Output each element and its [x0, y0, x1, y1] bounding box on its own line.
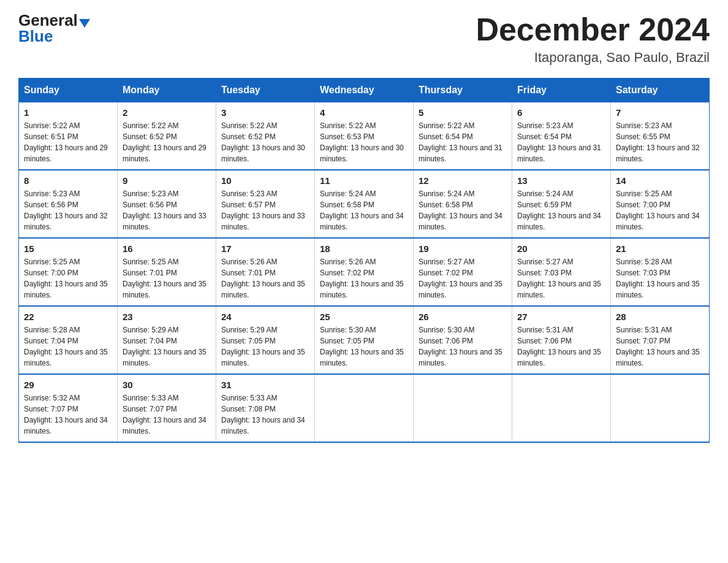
day-number: 28	[616, 312, 704, 322]
calendar-day-cell: 17Sunrise: 5:26 AMSunset: 7:01 PMDayligh…	[216, 238, 315, 306]
calendar-day-cell: 19Sunrise: 5:27 AMSunset: 7:02 PMDayligh…	[414, 238, 512, 306]
day-number: 7	[616, 107, 704, 118]
calendar-day-cell: 5Sunrise: 5:22 AMSunset: 6:54 PMDaylight…	[414, 102, 512, 170]
day-number: 27	[517, 312, 605, 322]
calendar-day-cell: 12Sunrise: 5:24 AMSunset: 6:58 PMDayligh…	[414, 170, 512, 238]
page-header: General Blue December 2024 Itaporanga, S…	[18, 12, 710, 66]
day-number: 14	[616, 175, 704, 186]
calendar-week-row: 15Sunrise: 5:25 AMSunset: 7:00 PMDayligh…	[19, 238, 710, 306]
calendar-week-row: 8Sunrise: 5:23 AMSunset: 6:56 PMDaylight…	[19, 170, 710, 238]
day-info: Sunrise: 5:27 AMSunset: 7:02 PMDaylight:…	[419, 256, 507, 301]
logo-triangle-icon	[79, 19, 90, 28]
logo-blue: Blue	[18, 28, 53, 44]
day-number: 20	[517, 243, 605, 254]
day-info: Sunrise: 5:24 AMSunset: 6:58 PMDaylight:…	[419, 188, 507, 232]
day-number: 9	[123, 175, 211, 186]
calendar-body: 1Sunrise: 5:22 AMSunset: 6:51 PMDaylight…	[19, 102, 710, 443]
day-info: Sunrise: 5:23 AMSunset: 6:55 PMDaylight:…	[616, 120, 704, 164]
day-info: Sunrise: 5:23 AMSunset: 6:54 PMDaylight:…	[517, 120, 605, 164]
calendar-day-cell: 28Sunrise: 5:31 AMSunset: 7:07 PMDayligh…	[611, 306, 710, 374]
logo-text: General	[18, 12, 90, 28]
calendar-day-cell: 20Sunrise: 5:27 AMSunset: 7:03 PMDayligh…	[512, 238, 611, 306]
day-info: Sunrise: 5:25 AMSunset: 7:00 PMDaylight:…	[616, 188, 704, 232]
calendar-week-row: 22Sunrise: 5:28 AMSunset: 7:04 PMDayligh…	[19, 306, 710, 374]
day-number: 25	[320, 312, 408, 322]
day-info: Sunrise: 5:24 AMSunset: 6:59 PMDaylight:…	[517, 188, 605, 232]
calendar-week-row: 1Sunrise: 5:22 AMSunset: 6:51 PMDaylight…	[19, 102, 710, 170]
day-number: 8	[24, 175, 112, 186]
day-info: Sunrise: 5:22 AMSunset: 6:53 PMDaylight:…	[320, 120, 408, 164]
calendar-day-cell	[512, 374, 611, 442]
col-monday: Monday	[118, 79, 216, 102]
day-info: Sunrise: 5:32 AMSunset: 7:07 PMDaylight:…	[24, 393, 112, 437]
logo: General Blue	[18, 12, 90, 44]
calendar-day-cell: 27Sunrise: 5:31 AMSunset: 7:06 PMDayligh…	[512, 306, 611, 374]
calendar-day-cell: 9Sunrise: 5:23 AMSunset: 6:56 PMDaylight…	[118, 170, 216, 238]
calendar-week-row: 29Sunrise: 5:32 AMSunset: 7:07 PMDayligh…	[19, 374, 710, 442]
calendar-day-cell: 23Sunrise: 5:29 AMSunset: 7:04 PMDayligh…	[118, 306, 216, 374]
calendar-day-cell: 26Sunrise: 5:30 AMSunset: 7:06 PMDayligh…	[414, 306, 512, 374]
col-wednesday: Wednesday	[315, 79, 414, 102]
calendar-day-cell: 29Sunrise: 5:32 AMSunset: 7:07 PMDayligh…	[19, 374, 118, 442]
calendar-day-cell: 8Sunrise: 5:23 AMSunset: 6:56 PMDaylight…	[19, 170, 118, 238]
header-row: Sunday Monday Tuesday Wednesday Thursday…	[19, 79, 710, 102]
calendar-day-cell: 10Sunrise: 5:23 AMSunset: 6:57 PMDayligh…	[216, 170, 315, 238]
location: Itaporanga, Sao Paulo, Brazil	[476, 50, 710, 66]
day-info: Sunrise: 5:25 AMSunset: 7:00 PMDaylight:…	[24, 256, 112, 301]
day-info: Sunrise: 5:23 AMSunset: 6:56 PMDaylight:…	[123, 188, 211, 232]
day-info: Sunrise: 5:29 AMSunset: 7:05 PMDaylight:…	[221, 324, 309, 369]
month-title: December 2024	[476, 12, 710, 47]
day-number: 30	[123, 380, 211, 390]
day-info: Sunrise: 5:26 AMSunset: 7:02 PMDaylight:…	[320, 256, 408, 301]
day-number: 24	[221, 312, 309, 322]
calendar-day-cell: 30Sunrise: 5:33 AMSunset: 7:07 PMDayligh…	[118, 374, 216, 442]
day-info: Sunrise: 5:22 AMSunset: 6:54 PMDaylight:…	[419, 120, 507, 164]
title-block: December 2024 Itaporanga, Sao Paulo, Bra…	[476, 12, 710, 66]
day-info: Sunrise: 5:30 AMSunset: 7:06 PMDaylight:…	[419, 324, 507, 369]
day-info: Sunrise: 5:28 AMSunset: 7:03 PMDaylight:…	[616, 256, 704, 301]
day-info: Sunrise: 5:28 AMSunset: 7:04 PMDaylight:…	[24, 324, 112, 369]
calendar-header: Sunday Monday Tuesday Wednesday Thursday…	[19, 79, 710, 102]
day-number: 6	[517, 107, 605, 118]
day-info: Sunrise: 5:31 AMSunset: 7:07 PMDaylight:…	[616, 324, 704, 369]
day-number: 15	[24, 243, 112, 254]
calendar-day-cell: 13Sunrise: 5:24 AMSunset: 6:59 PMDayligh…	[512, 170, 611, 238]
calendar-day-cell: 21Sunrise: 5:28 AMSunset: 7:03 PMDayligh…	[611, 238, 710, 306]
col-thursday: Thursday	[414, 79, 512, 102]
day-info: Sunrise: 5:22 AMSunset: 6:52 PMDaylight:…	[221, 120, 309, 164]
day-number: 19	[419, 243, 507, 254]
day-number: 26	[419, 312, 507, 322]
col-friday: Friday	[512, 79, 611, 102]
day-number: 23	[123, 312, 211, 322]
day-info: Sunrise: 5:33 AMSunset: 7:07 PMDaylight:…	[123, 393, 211, 437]
day-number: 17	[221, 243, 309, 254]
calendar-day-cell: 24Sunrise: 5:29 AMSunset: 7:05 PMDayligh…	[216, 306, 315, 374]
day-info: Sunrise: 5:31 AMSunset: 7:06 PMDaylight:…	[517, 324, 605, 369]
calendar-day-cell: 7Sunrise: 5:23 AMSunset: 6:55 PMDaylight…	[611, 102, 710, 170]
day-number: 29	[24, 380, 112, 390]
calendar-day-cell	[315, 374, 414, 442]
day-number: 21	[616, 243, 704, 254]
calendar-day-cell: 16Sunrise: 5:25 AMSunset: 7:01 PMDayligh…	[118, 238, 216, 306]
calendar-day-cell: 3Sunrise: 5:22 AMSunset: 6:52 PMDaylight…	[216, 102, 315, 170]
day-info: Sunrise: 5:26 AMSunset: 7:01 PMDaylight:…	[221, 256, 309, 301]
day-number: 11	[320, 175, 408, 186]
calendar-day-cell	[611, 374, 710, 442]
calendar-day-cell: 31Sunrise: 5:33 AMSunset: 7:08 PMDayligh…	[216, 374, 315, 442]
day-number: 5	[419, 107, 507, 118]
calendar-day-cell: 25Sunrise: 5:30 AMSunset: 7:05 PMDayligh…	[315, 306, 414, 374]
calendar-day-cell: 22Sunrise: 5:28 AMSunset: 7:04 PMDayligh…	[19, 306, 118, 374]
col-saturday: Saturday	[611, 79, 710, 102]
day-number: 18	[320, 243, 408, 254]
day-info: Sunrise: 5:23 AMSunset: 6:56 PMDaylight:…	[24, 188, 112, 232]
calendar-day-cell: 2Sunrise: 5:22 AMSunset: 6:52 PMDaylight…	[118, 102, 216, 170]
day-number: 16	[123, 243, 211, 254]
day-number: 2	[123, 107, 211, 118]
calendar-day-cell	[414, 374, 512, 442]
calendar-table: Sunday Monday Tuesday Wednesday Thursday…	[18, 78, 710, 443]
calendar-day-cell: 1Sunrise: 5:22 AMSunset: 6:51 PMDaylight…	[19, 102, 118, 170]
day-info: Sunrise: 5:29 AMSunset: 7:04 PMDaylight:…	[123, 324, 211, 369]
day-info: Sunrise: 5:25 AMSunset: 7:01 PMDaylight:…	[123, 256, 211, 301]
day-number: 4	[320, 107, 408, 118]
calendar-day-cell: 18Sunrise: 5:26 AMSunset: 7:02 PMDayligh…	[315, 238, 414, 306]
